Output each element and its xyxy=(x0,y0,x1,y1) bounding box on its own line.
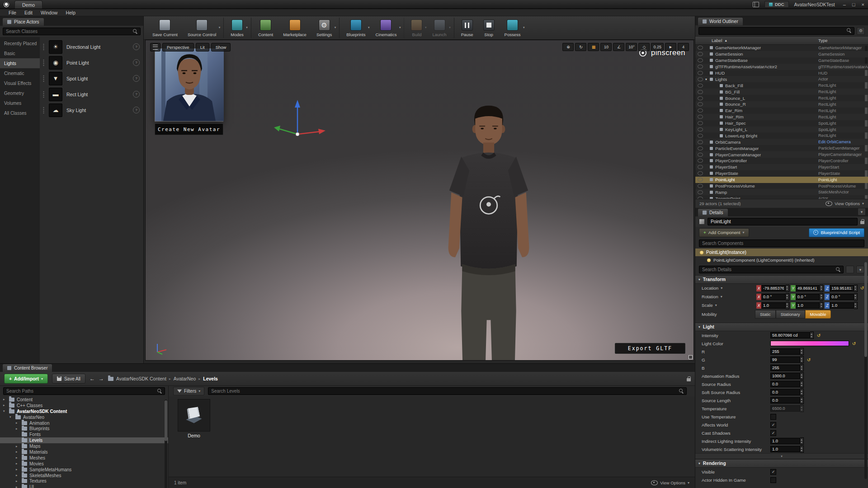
light-section-header[interactable]: ▾Light xyxy=(695,323,868,331)
search-paths-input[interactable] xyxy=(3,387,165,395)
property-value-field[interactable] xyxy=(770,446,804,453)
outliner-row[interactable]: glTFRuntimeAssetAvatarActor2 glTFRuntime… xyxy=(695,64,868,70)
search-classes-input[interactable] xyxy=(3,28,141,35)
outliner-row[interactable]: PlayerCameraManager PlayerCameraManager xyxy=(695,151,868,158)
visibility-eye-icon[interactable] xyxy=(698,134,703,138)
component-inherited-row[interactable]: PointLightComponent (LightComponent0) (I… xyxy=(695,256,868,264)
outliner-row[interactable]: PlayerState PlayerState xyxy=(695,170,868,177)
asset-item[interactable]: Demo xyxy=(174,399,214,438)
spinner-icon[interactable] xyxy=(786,293,789,300)
x-axis-field[interactable]: X xyxy=(756,302,789,309)
outliner-row[interactable]: Hair_Spec SpotLight xyxy=(695,120,868,127)
reset-to-default-icon[interactable]: ↺ xyxy=(806,357,812,362)
search-assets-input[interactable] xyxy=(208,387,687,395)
toolbar-button[interactable]: Blueprints ▾ xyxy=(339,18,370,38)
viewport-dropdown-button[interactable]: Show xyxy=(211,43,231,52)
spinner-icon[interactable] xyxy=(800,437,804,445)
spinner-icon[interactable] xyxy=(800,397,804,404)
rendering-section-header[interactable]: ▾Rendering xyxy=(695,459,868,468)
viewport-dropdown-button[interactable]: Lit xyxy=(196,43,209,52)
place-actors-category[interactable]: Visual Effects xyxy=(0,78,40,88)
visibility-eye-icon[interactable] xyxy=(698,77,703,81)
checkbox[interactable]: ✓ xyxy=(770,430,776,436)
folder-tree-item[interactable]: ▸ Materials xyxy=(0,449,168,455)
folder-tree-item[interactable]: ▸ UI xyxy=(0,484,168,488)
expand-arrow-icon[interactable]: ▸ xyxy=(16,485,19,488)
expand-arrow-icon[interactable]: ▸ xyxy=(16,468,19,471)
expand-arrow-icon[interactable]: ▾ xyxy=(9,415,13,419)
content-browser-tab[interactable]: Content Browser xyxy=(2,364,52,372)
class-help-icon[interactable]: ? xyxy=(133,107,140,113)
breadcrumb-item[interactable]: Levels xyxy=(198,376,218,381)
export-gltf-button[interactable]: Export GLTF xyxy=(615,343,685,354)
add-component-button[interactable]: +Add Component▾ xyxy=(699,228,749,237)
advanced-expander[interactable]: ▾ xyxy=(695,453,868,459)
reset-to-default-icon[interactable]: ↺ xyxy=(816,333,822,338)
asset-grid[interactable]: Demo xyxy=(169,396,695,477)
drag-grip-icon[interactable] xyxy=(42,75,45,82)
outliner-row[interactable]: BG_Fill RectLight xyxy=(695,89,868,95)
type-column-header[interactable]: Type xyxy=(818,38,828,43)
avatar-character[interactable] xyxy=(441,102,536,361)
outliner-row[interactable]: LowerLeg Bright RectLight xyxy=(695,132,868,139)
camera-speed-value[interactable]: 4 xyxy=(678,43,689,51)
toolbar-button[interactable]: Stop xyxy=(478,18,500,38)
outliner-row[interactable]: Bounce_R RectLight xyxy=(695,101,868,108)
property-value-field[interactable] xyxy=(770,437,804,445)
visibility-eye-icon[interactable] xyxy=(698,71,703,75)
spinner-icon[interactable] xyxy=(800,364,804,371)
light-color-swatch[interactable] xyxy=(770,341,849,346)
toolbar-button[interactable]: ⚙ Settings ▾ xyxy=(311,18,337,38)
filters-button[interactable]: Filters▾ xyxy=(173,387,204,395)
place-actors-category[interactable]: Volumes xyxy=(0,98,40,108)
outliner-row[interactable]: ZoomInPoint Actor xyxy=(695,195,868,199)
panel-options-icon[interactable]: ▾ xyxy=(858,208,866,216)
visibility-eye-icon[interactable] xyxy=(698,127,703,131)
place-actors-category[interactable]: Recently Placed xyxy=(0,38,40,48)
property-value-field[interactable] xyxy=(770,348,804,355)
outliner-row[interactable]: ParticleEventManager ParticleEventManage… xyxy=(695,145,868,151)
3d-viewport[interactable]: PerspectiveLitShow ⊕ ↻ ▦ 10 ∠ 10° ◇ 0.25… xyxy=(145,40,694,361)
breadcrumb-item[interactable]: AvatarNeo xyxy=(169,376,196,381)
transform-label[interactable]: Location▾ xyxy=(702,286,755,291)
details-filter-icon[interactable] xyxy=(846,266,854,273)
property-value-field[interactable] xyxy=(770,389,804,396)
property-value-field[interactable] xyxy=(770,397,804,404)
visibility-eye-icon[interactable] xyxy=(698,178,703,182)
visibility-eye-icon[interactable] xyxy=(698,121,703,125)
transform-label[interactable]: Scale▾ xyxy=(702,303,755,308)
folder-tree-item[interactable]: ▸ Meshes xyxy=(0,455,168,461)
lock-icon[interactable] xyxy=(860,221,864,224)
surface-snap-icon[interactable]: ▦ xyxy=(588,43,599,51)
visibility-eye-icon[interactable] xyxy=(698,140,703,144)
spinner-icon[interactable] xyxy=(800,380,804,388)
expand-arrow-icon[interactable]: ▸ xyxy=(16,456,19,460)
outliner-row[interactable]: OrbitCamera Edit OrbitCamera xyxy=(695,139,868,145)
outliner-row[interactable]: Ear_Rim RectLight xyxy=(695,108,868,114)
property-value-field[interactable] xyxy=(770,372,804,380)
class-help-icon[interactable]: ? xyxy=(133,43,140,50)
toolbar-button[interactable]: Pause xyxy=(454,18,478,38)
value-input[interactable] xyxy=(770,332,810,338)
outliner-row[interactable]: GameNetworkManager GameNetworkManager xyxy=(695,45,868,51)
toolbar-button[interactable]: Build ▾ xyxy=(404,18,427,38)
outliner-row[interactable]: PostProcessVolume PostProcessVolume xyxy=(695,183,868,189)
x-value-input[interactable] xyxy=(761,285,786,291)
expand-arrow-icon[interactable]: ▸ xyxy=(16,479,19,483)
class-help-icon[interactable]: ? xyxy=(133,59,140,66)
drag-grip-icon[interactable] xyxy=(42,107,45,114)
folder-tree-item[interactable]: ▾ AvatarNeoSDK Content xyxy=(0,408,168,414)
expand-arrow-icon[interactable]: ▸ xyxy=(16,421,19,425)
place-actor-item[interactable]: ▬ Rect Light ? xyxy=(40,86,143,102)
visibility-eye-icon[interactable] xyxy=(698,108,703,113)
search-details-input[interactable] xyxy=(699,266,844,273)
spinner-icon[interactable] xyxy=(820,293,823,300)
visibility-eye-icon[interactable] xyxy=(698,65,703,69)
maximize-button[interactable]: □ xyxy=(852,2,855,7)
folder-tree-item[interactable]: ▸ SkeletalMeshes xyxy=(0,473,168,479)
spinner-icon[interactable] xyxy=(786,285,789,292)
toolbar-button[interactable]: Marketplace xyxy=(278,18,311,38)
spinner-icon[interactable] xyxy=(854,302,858,309)
visibility-eye-icon[interactable] xyxy=(698,84,703,88)
outliner-row[interactable]: KeyLight_L SpotLight xyxy=(695,127,868,133)
